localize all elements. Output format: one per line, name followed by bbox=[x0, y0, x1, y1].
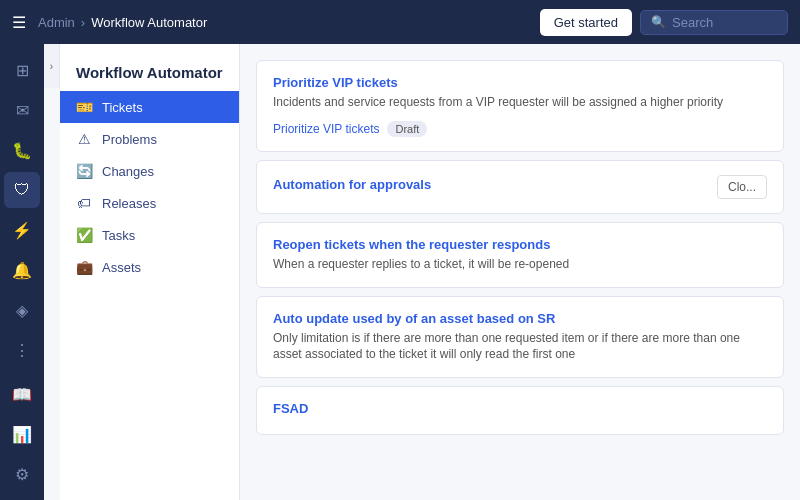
card-desc-auto-update: Only limitation is if there are more tha… bbox=[273, 330, 767, 364]
card-footer-vip: Prioritize VIP tickets Draft bbox=[273, 121, 767, 137]
sidebar-icon-settings[interactable]: ⚙ bbox=[4, 456, 40, 492]
search-box[interactable]: 🔍 Search bbox=[640, 10, 788, 35]
sidebar-icon-chart[interactable]: 📊 bbox=[4, 416, 40, 452]
card-title-vip[interactable]: Prioritize VIP tickets bbox=[273, 75, 767, 90]
sidebar-label-problems: Problems bbox=[102, 132, 157, 147]
sidebar-icon-home[interactable]: ⊞ bbox=[4, 52, 40, 88]
search-label: Search bbox=[672, 15, 713, 30]
card-title-auto-update[interactable]: Auto update used by of an asset based on… bbox=[273, 311, 767, 326]
nav-sidebar: Workflow Automator 🎫 Tickets ⚠ Problems … bbox=[60, 44, 240, 500]
sidebar-item-problems[interactable]: ⚠ Problems bbox=[60, 123, 239, 155]
breadcrumb-sep: › bbox=[81, 15, 85, 30]
sidebar-icon-layers[interactable]: ◈ bbox=[4, 292, 40, 328]
top-bar: ☰ Admin › Workflow Automator Get started… bbox=[0, 0, 800, 44]
card-vip-tickets: Prioritize VIP tickets Incidents and ser… bbox=[256, 60, 784, 152]
sidebar-label-tasks: Tasks bbox=[102, 228, 135, 243]
sidebar-label-releases: Releases bbox=[102, 196, 156, 211]
sidebar-icon-dots[interactable]: ⋮ bbox=[4, 332, 40, 368]
sidebar-item-tickets[interactable]: 🎫 Tickets bbox=[60, 91, 239, 123]
assets-icon: 💼 bbox=[76, 259, 92, 275]
draft-badge: Draft bbox=[387, 121, 427, 137]
breadcrumb: Admin › Workflow Automator bbox=[38, 15, 528, 30]
breadcrumb-current: Workflow Automator bbox=[91, 15, 207, 30]
hamburger-icon[interactable]: ☰ bbox=[12, 13, 26, 32]
card-footer-title-vip[interactable]: Prioritize VIP tickets bbox=[273, 122, 379, 136]
sidebar-item-changes[interactable]: 🔄 Changes bbox=[60, 155, 239, 187]
problems-icon: ⚠ bbox=[76, 131, 92, 147]
releases-icon: 🏷 bbox=[76, 195, 92, 211]
card-row-approvals: Automation for approvals Clo... bbox=[273, 175, 767, 199]
card-desc-vip: Incidents and service requests from a VI… bbox=[273, 94, 767, 111]
search-icon: 🔍 bbox=[651, 15, 666, 29]
card-title-fsad[interactable]: FSAD bbox=[273, 401, 767, 416]
card-auto-update: Auto update used by of an asset based on… bbox=[256, 296, 784, 379]
changes-icon: 🔄 bbox=[76, 163, 92, 179]
icon-sidebar: ⊞ ✉ 🐛 🛡 ⚡ 🔔 ◈ ⋮ 📖 📊 ⚙ bbox=[0, 44, 44, 500]
card-title-approvals[interactable]: Automation for approvals bbox=[273, 177, 431, 192]
sidebar-item-releases[interactable]: 🏷 Releases bbox=[60, 187, 239, 219]
card-fsad: FSAD bbox=[256, 386, 784, 435]
card-approvals: Automation for approvals Clo... bbox=[256, 160, 784, 214]
main-layout: ⊞ ✉ 🐛 🛡 ⚡ 🔔 ◈ ⋮ 📖 📊 ⚙ › Workflow Automat… bbox=[0, 44, 800, 500]
collapse-toggle[interactable]: › bbox=[44, 44, 60, 88]
sidebar-icon-zap[interactable]: ⚡ bbox=[4, 212, 40, 248]
close-button-approvals[interactable]: Clo... bbox=[717, 175, 767, 199]
content-area: Prioritize VIP tickets Incidents and ser… bbox=[240, 44, 800, 500]
tasks-icon: ✅ bbox=[76, 227, 92, 243]
card-desc-reopen: When a requester replies to a ticket, it… bbox=[273, 256, 767, 273]
card-reopen: Reopen tickets when the requester respon… bbox=[256, 222, 784, 288]
get-started-button[interactable]: Get started bbox=[540, 9, 632, 36]
sidebar-icon-inbox[interactable]: ✉ bbox=[4, 92, 40, 128]
sidebar-icon-shield[interactable]: 🛡 bbox=[4, 172, 40, 208]
sidebar-icon-bug[interactable]: 🐛 bbox=[4, 132, 40, 168]
sidebar-label-changes: Changes bbox=[102, 164, 154, 179]
sidebar-label-assets: Assets bbox=[102, 260, 141, 275]
top-bar-actions: Get started 🔍 Search bbox=[540, 9, 788, 36]
sidebar-icon-alert[interactable]: 🔔 bbox=[4, 252, 40, 288]
sidebar-icon-book[interactable]: 📖 bbox=[4, 376, 40, 412]
sidebar-item-assets[interactable]: 💼 Assets bbox=[60, 251, 239, 283]
breadcrumb-admin[interactable]: Admin bbox=[38, 15, 75, 30]
tickets-icon: 🎫 bbox=[76, 99, 92, 115]
card-title-reopen[interactable]: Reopen tickets when the requester respon… bbox=[273, 237, 767, 252]
sidebar-label-tickets: Tickets bbox=[102, 100, 143, 115]
sidebar-item-tasks[interactable]: ✅ Tasks bbox=[60, 219, 239, 251]
page-title: Workflow Automator bbox=[60, 52, 239, 91]
